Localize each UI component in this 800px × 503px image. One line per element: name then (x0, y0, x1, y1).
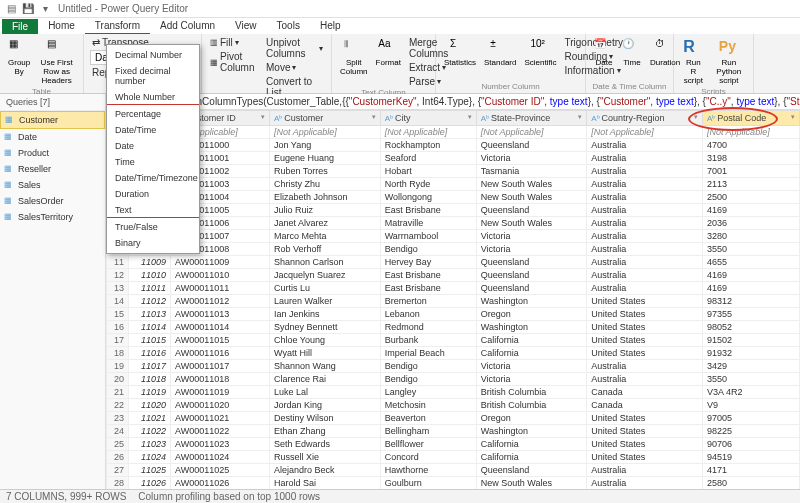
queries-pane: Queries [7] CustomerDateProductResellerS… (0, 94, 106, 489)
cell: Shannon Wang (270, 360, 381, 373)
table-row[interactable]: 11002AW00011002Ruben TorresHobartTasmani… (107, 165, 800, 178)
table-row[interactable]: 1511013AW00011013Ian JenkinsLebanonOrego… (107, 308, 800, 321)
table-row[interactable]: 1611014AW00011014Sydney BennettRedmondWa… (107, 321, 800, 334)
table-row[interactable]: 1311011AW00011011Curtis LuEast BrisbaneQ… (107, 282, 800, 295)
datatype-option-true-false[interactable]: True/False (107, 219, 199, 235)
table-row[interactable]: 2811026AW00011026Harold SaiGoulburnNew S… (107, 477, 800, 490)
query-item-salesorder[interactable]: SalesOrder (0, 193, 105, 209)
datatype-option-duration[interactable]: Duration (107, 186, 199, 202)
cell: Bendigo (380, 243, 476, 256)
statistics-button[interactable]: ΣStatistics (442, 36, 478, 70)
filter-dropdown-icon[interactable]: ▾ (468, 113, 472, 121)
run-python-button[interactable]: PyRun Python script (711, 36, 747, 87)
table-row[interactable]: 2011018AW00011018Clarence RaiBendigoVict… (107, 373, 800, 386)
run-r-button[interactable]: RRun R script (680, 36, 707, 87)
table-row[interactable]: 11001AW00011001Eugene HuangSeafordVictor… (107, 152, 800, 165)
table-row[interactable]: 2411022AW00011022Ethan ZhangBellinghamWa… (107, 425, 800, 438)
table-row[interactable]: 2111019AW00011019Luke LalLangleyBritish … (107, 386, 800, 399)
datatype-option-binary[interactable]: Binary (107, 235, 199, 251)
column-header-postal-code[interactable]: AᵇPostal Code▾ (702, 111, 799, 126)
table-row[interactable]: 11000AW00011000Jon YangRockhamptonQueens… (107, 139, 800, 152)
datatype-option-fixed-decimal-number[interactable]: Fixed decimal number (107, 63, 199, 89)
table-row[interactable]: 1211010AW00011010Jacquelyn SuarezEast Br… (107, 269, 800, 282)
query-item-product[interactable]: Product (0, 145, 105, 161)
table-row[interactable]: 1811016AW00011016Wyatt HillImperial Beac… (107, 347, 800, 360)
datatype-option-whole-number[interactable]: Whole Number (107, 89, 199, 105)
cell: Bellflower (380, 438, 476, 451)
cell: 2113 (702, 178, 799, 191)
table-row[interactable]: 11003AW00011003Christy ZhuNorth RydeNew … (107, 178, 800, 191)
cell: Lauren Walker (270, 295, 381, 308)
query-item-sales[interactable]: Sales (0, 177, 105, 193)
column-header-city[interactable]: AᵇCity▾ (380, 111, 476, 126)
table-row[interactable]: 911007AW00011007Marco MehtaWarrnamboolVi… (107, 230, 800, 243)
table-row[interactable]: 2311021AW00011021Destiny WilsonBeaverton… (107, 412, 800, 425)
table-row[interactable]: 2211020AW00011020Jordan KingMetchosinBri… (107, 399, 800, 412)
column-header-state-province[interactable]: AᵇState-Province▾ (476, 111, 586, 126)
cell: AW00011009 (171, 256, 270, 269)
tab-help[interactable]: Help (310, 18, 351, 35)
query-item-reseller[interactable]: Reseller (0, 161, 105, 177)
tab-add-column[interactable]: Add Column (150, 18, 225, 35)
standard-button[interactable]: ±Standard (482, 36, 518, 70)
table-row[interactable]: 1011008AW00011008Rob VerhoffBendigoVicto… (107, 243, 800, 256)
move-button[interactable]: Move ▾ (264, 61, 325, 74)
table-row[interactable]: 2711025AW00011025Alejandro BeckHawthorne… (107, 464, 800, 477)
tab-transform[interactable]: Transform (85, 18, 150, 35)
datatype-option-percentage[interactable]: Percentage (107, 106, 199, 122)
cell: V9 (702, 399, 799, 412)
group-by-button[interactable]: ▦Group By (6, 36, 32, 79)
table-row[interactable]: 2511023AW00011023Seth EdwardsBellflowerC… (107, 438, 800, 451)
fill-button[interactable]: ▥ Fill ▾ (208, 36, 260, 49)
tab-home[interactable]: Home (38, 18, 85, 35)
datatype-option-time[interactable]: Time (107, 154, 199, 170)
table-row[interactable]: 11004AW00011004Elizabeth JohnsonWollongo… (107, 191, 800, 204)
datatype-option-date-time-timezone[interactable]: Date/Time/Timezone (107, 170, 199, 186)
datatype-option-date-time[interactable]: Date/Time (107, 122, 199, 138)
scientific-button[interactable]: 10²Scientific (522, 36, 558, 70)
cell: California (476, 451, 586, 464)
cell: North Ryde (380, 178, 476, 191)
table-row[interactable]: 1411012AW00011012Lauren WalkerBremertonW… (107, 295, 800, 308)
data-grid[interactable]: AᵇCustomer ID▾AᵇCustomer▾AᵇCity▾AᵇState-… (106, 110, 800, 489)
cell: Chloe Young (270, 334, 381, 347)
filter-dropdown-icon[interactable]: ▾ (261, 113, 265, 121)
split-column-button[interactable]: ⫴Split Column (338, 36, 370, 79)
date-button[interactable]: 📅Date (592, 36, 616, 70)
filter-dropdown-icon[interactable]: ▾ (791, 113, 795, 121)
filter-dropdown-icon[interactable]: ▾ (578, 113, 582, 121)
table-row[interactable]: 11005AW00011005Julio RuizEast BrisbaneQu… (107, 204, 800, 217)
query-item-salesterritory[interactable]: SalesTerritory (0, 209, 105, 225)
qat-dropdown-icon[interactable]: ▾ (38, 2, 52, 16)
filter-dropdown-icon[interactable]: ▾ (694, 113, 698, 121)
tab-tools[interactable]: Tools (267, 18, 310, 35)
table-row[interactable]: 1111009AW00011009Shannon CarlsonHervey B… (107, 256, 800, 269)
formula-bar[interactable]: fx = Table.TransformColumnTypes(Customer… (106, 94, 800, 110)
pivot-button[interactable]: ▦ Pivot Column (208, 50, 260, 74)
unpivot-button[interactable]: Unpivot Columns ▾ (264, 36, 325, 60)
table-row[interactable]: 1711015AW00011015Chloe YoungBurbankCalif… (107, 334, 800, 347)
time-button[interactable]: 🕐Time (620, 36, 644, 70)
filter-dropdown-icon[interactable]: ▾ (372, 113, 376, 121)
query-item-customer[interactable]: Customer (0, 111, 105, 129)
cell: Harold Sai (270, 477, 381, 490)
column-header-country-region[interactable]: AᵇCountry-Region▾ (587, 111, 703, 126)
query-item-date[interactable]: Date (0, 129, 105, 145)
cell: Ian Jenkins (270, 308, 381, 321)
table-row[interactable]: -1[Not Applicable][Not Applicable][Not A… (107, 126, 800, 139)
table-row[interactable]: 811006AW00011006Janet AlvarezMatravilleN… (107, 217, 800, 230)
save-icon[interactable]: 💾 (21, 2, 35, 16)
datatype-option-decimal-number[interactable]: Decimal Number (107, 47, 199, 63)
datatype-option-date[interactable]: Date (107, 138, 199, 154)
tab-view[interactable]: View (225, 18, 267, 35)
cell: East Brisbane (380, 204, 476, 217)
cell: Rob Verhoff (270, 243, 381, 256)
first-row-headers-button[interactable]: ▤Use First Row as Headers (36, 36, 77, 87)
table-row[interactable]: 1911017AW00011017Shannon WangBendigoVict… (107, 360, 800, 373)
table-row[interactable]: 2611024AW00011024Russell XieConcordCalif… (107, 451, 800, 464)
format-button[interactable]: AaFormat (374, 36, 403, 70)
file-tab[interactable]: File (2, 19, 38, 34)
column-header-customer[interactable]: AᵇCustomer▾ (270, 111, 381, 126)
datatype-option-text[interactable]: Text (107, 202, 199, 218)
cell: Washington (476, 295, 586, 308)
